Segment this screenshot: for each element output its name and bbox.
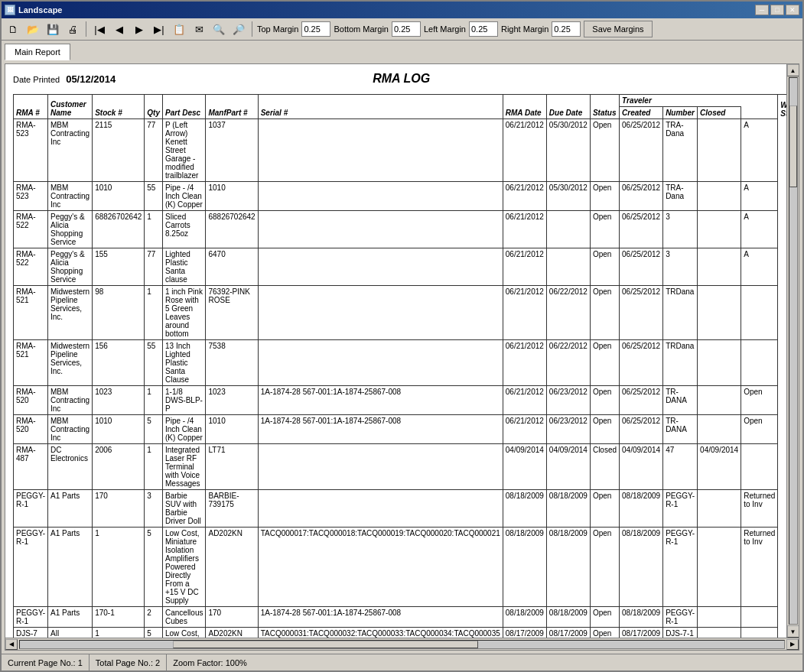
table-row: RMA-522Peggy's & Alicia Shopping Service… (14, 248, 787, 286)
table-row: DJS-7All Electronics Corp.15Low Cost, Mi… (14, 628, 787, 638)
table-cell: Open (741, 386, 778, 415)
table-cell: Closed (590, 444, 619, 490)
table-cell (258, 444, 503, 490)
new-button[interactable]: 🗋 (5, 21, 21, 37)
scroll-left-button[interactable]: ◀ (5, 639, 18, 650)
left-margin-input[interactable] (469, 21, 498, 37)
table-cell: 08/18/2009 (503, 607, 546, 628)
table-row: RMA-523MBM Contracting Inc211577P (Left … (14, 119, 787, 182)
col-partdesc: Part Desc (162, 95, 205, 119)
table-cell: 76392-PINK ROSE (206, 286, 258, 340)
table-cell: 06/25/2012 (620, 340, 663, 386)
report-scroll[interactable]: Date Printed 05/12/2014 RMA LOG RMA # (5, 64, 786, 638)
table-cell: 08/18/2009 (620, 528, 663, 607)
table-row: RMA-487DC Electronics20061Integrated Las… (14, 444, 787, 490)
save-button[interactable]: 💾 (44, 21, 61, 37)
close-button[interactable]: ✕ (786, 5, 799, 15)
prev-button[interactable]: ◀ (111, 21, 128, 37)
table-cell (258, 286, 503, 340)
tab-main-report[interactable]: Main Report (5, 44, 70, 60)
table-cell: DC Electronics (47, 444, 92, 490)
date-printed-section: Date Printed 05/12/2014 (13, 73, 116, 85)
table-cell: 7538 (206, 340, 258, 386)
table-cell: Integrated Laser RF Terminal with Voice … (162, 444, 205, 490)
table-cell (698, 211, 741, 248)
status-zoom: Zoom Factor: 100% (167, 654, 253, 670)
left-margin-label: Left Margin (424, 24, 466, 34)
scroll-right-button[interactable]: ▶ (786, 639, 799, 650)
current-page-label: Current Page No.: 1 (8, 658, 83, 667)
report-table: RMA # Customer Name Stock # Qty Part Des… (13, 94, 786, 638)
print-button[interactable]: 🖨 (64, 21, 81, 37)
table-cell: 06/25/2012 (620, 248, 663, 286)
save-margins-button[interactable]: Save Margins (584, 21, 652, 37)
copy-button[interactable]: 📋 (171, 21, 187, 37)
table-cell: 1 inch Pink Rose with 5 Green Leaves aro… (162, 286, 205, 340)
table-cell: 04/09/2014 (698, 444, 741, 490)
horizontal-scrollbar[interactable]: ◀ ▶ (5, 638, 799, 650)
table-cell: 1023 (206, 386, 258, 415)
date-printed-value: 05/12/2014 (66, 73, 116, 85)
table-cell: 1 (145, 386, 163, 415)
vertical-scrollbar[interactable]: ▲ ▼ (786, 64, 799, 638)
table-row: PEGGY-R-1A1 Parts15Low Cost, Miniature I… (14, 528, 787, 607)
table-cell (698, 286, 741, 340)
export-button[interactable]: ✉ (190, 21, 207, 37)
search-button[interactable]: 🔍 (210, 21, 227, 37)
table-cell: PEGGY-R-1 (663, 528, 698, 607)
scroll-up-button[interactable]: ▲ (787, 64, 799, 76)
table-cell: 1-1/8 DWS-BLP-P (162, 386, 205, 415)
status-bar: Current Page No.: 1 Total Page No.: 2 Zo… (2, 654, 802, 670)
table-cell: 5 (145, 628, 163, 638)
last-button[interactable]: ▶| (151, 21, 168, 37)
scroll-down-button[interactable]: ▼ (787, 625, 799, 638)
table-row: RMA-520MBM Contracting Inc102311-1/8 DWS… (14, 386, 787, 415)
table-cell: 55 (145, 340, 163, 386)
report-scroll-area: Date Printed 05/12/2014 RMA LOG RMA # (5, 64, 799, 638)
table-cell: LT71 (206, 444, 258, 490)
first-button[interactable]: |◀ (91, 21, 108, 37)
table-cell: TACQ000017:TACQ000018:TACQ000019:TACQ000… (258, 528, 503, 607)
table-cell (546, 248, 590, 286)
table-row: RMA-521Midwestern Pipeline Services, Inc… (14, 286, 787, 340)
col-status: Status (590, 95, 619, 119)
table-cell: 06/22/2012 (546, 340, 590, 386)
maximize-button[interactable]: □ (770, 5, 784, 15)
table-cell: 06/21/2012 (503, 119, 546, 182)
table-cell: Lighted Plastic Santa clause (162, 248, 205, 286)
table-cell: 08/18/2009 (503, 528, 546, 607)
table-cell: 06/22/2012 (546, 286, 590, 340)
next-button[interactable]: ▶ (131, 21, 148, 37)
table-cell (698, 182, 741, 211)
minimize-button[interactable]: ─ (755, 5, 769, 15)
table-cell (258, 119, 503, 182)
table-cell: Low Cost, Miniature Isolation Amplifiers… (162, 528, 205, 607)
bottom-margin-input[interactable] (392, 21, 421, 37)
table-cell: Barbie SUV with Barbie Driver Doll (162, 490, 205, 528)
right-margin-input[interactable] (552, 21, 581, 37)
table-cell: 06/25/2012 (620, 286, 663, 340)
table-cell: 1 (93, 528, 145, 607)
table-cell: 1 (145, 286, 163, 340)
table-cell: 156 (93, 340, 145, 386)
table-cell (698, 490, 741, 528)
col-serial: Serial # (258, 95, 503, 119)
table-cell (741, 444, 778, 490)
zoom-button[interactable]: 🔎 (230, 21, 247, 37)
table-cell (258, 490, 503, 528)
scroll-track[interactable] (789, 77, 798, 625)
date-printed-label: Date Printed (13, 75, 60, 84)
col-created: Created (620, 107, 663, 119)
top-margin-input[interactable] (301, 21, 330, 37)
open-button[interactable]: 📂 (24, 21, 41, 37)
table-cell: 13 Inch Lighted Plastic Santa Clause (162, 340, 205, 386)
scroll-thumb[interactable] (789, 106, 797, 187)
title-bar-buttons: ─ □ ✕ (755, 5, 799, 15)
table-cell: 06/21/2012 (503, 211, 546, 248)
table-cell: 08/17/2009 (503, 628, 546, 638)
report-container: Date Printed 05/12/2014 RMA LOG RMA # (2, 60, 802, 654)
table-cell (698, 607, 741, 628)
h-scroll-thumb[interactable] (173, 641, 479, 648)
table-cell: PEGGY-R-1 (14, 490, 48, 528)
h-scroll-track[interactable] (19, 640, 785, 649)
